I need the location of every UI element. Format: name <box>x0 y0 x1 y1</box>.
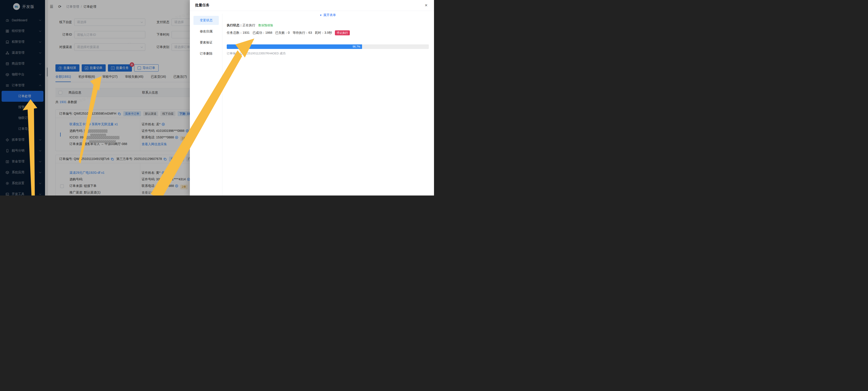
expand-form-link[interactable]: ▼展开表单 <box>227 13 429 17</box>
drawer-tab-list: 变更状态 修改归属 要素验证 订单删除 <box>193 16 219 58</box>
close-icon[interactable]: ✕ <box>425 3 428 7</box>
progress-fill: 96.7% <box>227 45 362 49</box>
app-window: 开发版 Dashboard 组织管理 权限管理 渠道管理 商品管理 <box>0 0 434 196</box>
drawer-title: 批量任务 <box>195 3 210 8</box>
batch-task-drawer: 批量任务 ✕ 变更状态 修改归属 要素验证 订单删除 ▼展开表单 执行状态： 正… <box>190 0 434 196</box>
progress-bar: 96.7% <box>227 45 429 49</box>
status-value: 正在执行 <box>243 23 255 27</box>
drawer-content: ▼展开表单 执行状态： 正在执行 数据预校验 任务总数：1931 已成功：186… <box>227 11 429 56</box>
stop-execution-button[interactable]: 停止执行 <box>335 30 350 35</box>
progress-percent-label: 96.7% <box>352 45 362 48</box>
execution-status-line: 执行状态： 正在执行 数据预校验 <box>227 23 429 27</box>
drawer-tab-element-verify[interactable]: 要素验证 <box>193 38 219 47</box>
drawer-divider <box>222 13 222 196</box>
drawer-tab-modify-ownership[interactable]: 修改归属 <box>193 27 219 36</box>
task-counts-line: 任务总数：1931 已成功：1868 已失败：0 等待执行：63 耗时：3.9秒… <box>227 30 429 35</box>
expand-form-label: 展开表单 <box>323 13 336 17</box>
task-result-line: 订单编号: QWE251001123557RH4OED 成功 <box>227 51 429 56</box>
drawer-tab-order-delete[interactable]: 订单删除 <box>193 49 219 58</box>
status-label: 执行状态： <box>227 23 243 27</box>
drawer-tab-change-status[interactable]: 变更状态 <box>193 16 219 25</box>
pre-validation-label: 数据预校验 <box>258 23 273 27</box>
drawer-overlay-mask[interactable] <box>0 0 190 196</box>
triangle-down-icon: ▼ <box>319 14 322 17</box>
drawer-header: 批量任务 ✕ <box>190 0 434 11</box>
